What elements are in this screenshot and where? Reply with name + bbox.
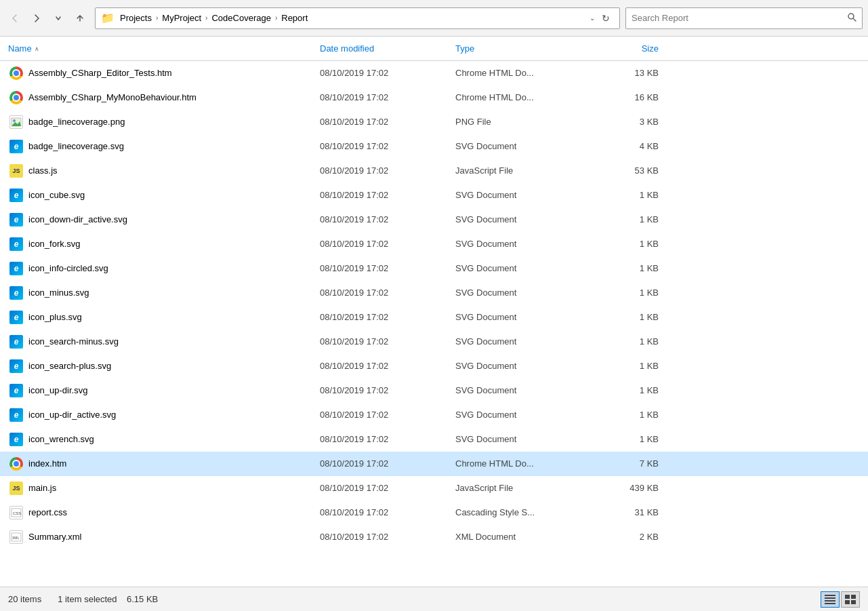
svg-rect-11 xyxy=(825,600,835,602)
svg-rect-10 xyxy=(825,597,835,599)
back-button[interactable] xyxy=(5,9,24,28)
table-row[interactable]: Assembly_CSharp_MyMonoBehaviour.htm 08/1… xyxy=(0,85,868,110)
table-row[interactable]: Assembly_CSharp_Editor_Tests.htm 08/10/2… xyxy=(0,61,868,85)
view-buttons xyxy=(821,591,860,608)
ie-icon xyxy=(9,213,23,226)
file-type: SVG Document xyxy=(455,361,591,371)
file-type: SVG Document xyxy=(455,336,591,347)
table-row[interactable]: JS class.js 08/10/2019 17:02 JavaScript … xyxy=(0,159,868,183)
table-row[interactable]: icon_plus.svg 08/10/2019 17:02 SVG Docum… xyxy=(0,305,868,330)
file-type: SVG Document xyxy=(455,214,591,224)
breadcrumb-projects[interactable]: Projects xyxy=(117,12,154,24)
col-header-name[interactable]: Name ∧ xyxy=(8,43,320,54)
file-icon-container: CSS xyxy=(8,505,24,521)
table-row[interactable]: icon_search-minus.svg 08/10/2019 17:02 S… xyxy=(0,330,868,354)
table-row[interactable]: badge_linecoverage.png 08/10/2019 17:02 … xyxy=(0,110,868,134)
forward-button[interactable] xyxy=(27,9,46,28)
file-date: 08/10/2019 17:02 xyxy=(320,361,455,371)
file-date: 08/10/2019 17:02 xyxy=(320,263,455,273)
file-icon-container xyxy=(8,358,24,374)
table-row[interactable]: icon_info-circled.svg 08/10/2019 17:02 S… xyxy=(0,256,868,281)
file-name: Summary.xml xyxy=(28,532,320,542)
svg-rect-16 xyxy=(851,600,856,604)
breadcrumb-sep-2: › xyxy=(205,14,207,22)
table-row[interactable]: CSS report.css 08/10/2019 17:02 Cascadin… xyxy=(0,500,868,525)
file-date: 08/10/2019 17:02 xyxy=(320,312,455,322)
file-icon-container xyxy=(8,407,24,423)
file-name: icon_wrench.svg xyxy=(28,434,320,444)
file-type: Chrome HTML Do... xyxy=(455,68,591,78)
file-icon-container xyxy=(8,138,24,155)
table-row[interactable]: badge_linecoverage.svg 08/10/2019 17:02 … xyxy=(0,134,868,159)
table-row[interactable]: icon_wrench.svg 08/10/2019 17:02 SVG Doc… xyxy=(0,427,868,452)
breadcrumb-myproject[interactable]: MyProject xyxy=(159,12,204,24)
search-input[interactable] xyxy=(632,13,844,23)
col-header-type[interactable]: Type xyxy=(455,43,591,54)
table-row[interactable]: index.htm 08/10/2019 17:02 Chrome HTML D… xyxy=(0,452,868,476)
file-name: badge_linecoverage.svg xyxy=(28,141,320,151)
address-bar[interactable]: 📁 Projects › MyProject › CodeCoverage › … xyxy=(95,7,620,29)
file-date: 08/10/2019 17:02 xyxy=(320,483,455,493)
file-size: 1 KB xyxy=(591,361,659,371)
chrome-icon xyxy=(9,91,23,104)
file-name: report.css xyxy=(28,507,320,517)
file-date: 08/10/2019 17:02 xyxy=(320,141,455,151)
svg-line-1 xyxy=(854,19,856,22)
file-date: 08/10/2019 17:02 xyxy=(320,532,455,542)
svg-rect-13 xyxy=(845,595,850,599)
table-row[interactable]: icon_up-dir.svg 08/10/2019 17:02 SVG Doc… xyxy=(0,378,868,403)
file-size: 1 KB xyxy=(591,410,659,420)
file-type: Chrome HTML Do... xyxy=(455,458,591,469)
table-row[interactable]: icon_fork.svg 08/10/2019 17:02 SVG Docum… xyxy=(0,232,868,256)
file-date: 08/10/2019 17:02 xyxy=(320,410,455,420)
dropdown-button[interactable] xyxy=(49,9,68,28)
col-header-date[interactable]: Date modified xyxy=(320,43,455,54)
file-icon-container xyxy=(8,260,24,277)
table-row[interactable]: JS main.js 08/10/2019 17:02 JavaScript F… xyxy=(0,476,868,500)
table-row[interactable]: icon_cube.svg 08/10/2019 17:02 SVG Docum… xyxy=(0,183,868,208)
table-row[interactable]: icon_down-dir_active.svg 08/10/2019 17:0… xyxy=(0,208,868,232)
table-row[interactable]: icon_search-plus.svg 08/10/2019 17:02 SV… xyxy=(0,354,868,378)
svg-point-3 xyxy=(13,119,16,122)
file-date: 08/10/2019 17:02 xyxy=(320,507,455,517)
file-type: SVG Document xyxy=(455,385,591,395)
file-type: Cascading Style S... xyxy=(455,507,591,517)
table-row[interactable]: icon_minus.svg 08/10/2019 17:02 SVG Docu… xyxy=(0,281,868,305)
js-icon: JS xyxy=(9,481,23,495)
file-name: icon_plus.svg xyxy=(28,312,320,322)
ie-icon xyxy=(9,286,23,300)
file-list: Assembly_CSharp_Editor_Tests.htm 08/10/2… xyxy=(0,61,868,587)
file-name: icon_down-dir_active.svg xyxy=(28,214,320,224)
table-row[interactable]: icon_up-dir_active.svg 08/10/2019 17:02 … xyxy=(0,403,868,427)
list-view-button[interactable] xyxy=(821,591,840,608)
ie-icon xyxy=(9,335,23,349)
file-type: JavaScript File xyxy=(455,165,591,176)
search-box[interactable] xyxy=(625,7,863,29)
table-row[interactable]: XML Summary.xml 08/10/2019 17:02 XML Doc… xyxy=(0,525,868,549)
address-dropdown-icon[interactable]: ⌄ xyxy=(590,14,595,22)
up-button[interactable] xyxy=(70,9,89,28)
ie-icon xyxy=(9,237,23,251)
file-icon-container: XML xyxy=(8,529,24,545)
file-name: icon_fork.svg xyxy=(28,239,320,249)
breadcrumb-report[interactable]: Report xyxy=(278,12,310,24)
file-type: JavaScript File xyxy=(455,483,591,493)
col-header-size[interactable]: Size xyxy=(591,43,659,54)
file-date: 08/10/2019 17:02 xyxy=(320,214,455,224)
file-icon-container xyxy=(8,431,24,448)
selected-count: 1 item selected 6.15 KB xyxy=(58,594,158,604)
file-type: PNG File xyxy=(455,117,591,127)
ie-icon xyxy=(9,384,23,397)
refresh-button[interactable]: ↻ xyxy=(598,10,614,26)
js-icon: JS xyxy=(9,164,23,178)
file-date: 08/10/2019 17:02 xyxy=(320,165,455,176)
file-name: badge_linecoverage.png xyxy=(28,117,320,127)
file-name: index.htm xyxy=(28,458,320,469)
breadcrumb-codecoverage[interactable]: CodeCoverage xyxy=(209,12,273,24)
png-icon xyxy=(9,115,23,129)
ie-icon xyxy=(9,311,23,324)
file-name: icon_search-plus.svg xyxy=(28,361,320,371)
tiles-view-button[interactable] xyxy=(841,591,860,608)
file-size: 1 KB xyxy=(591,214,659,224)
file-type: SVG Document xyxy=(455,190,591,200)
